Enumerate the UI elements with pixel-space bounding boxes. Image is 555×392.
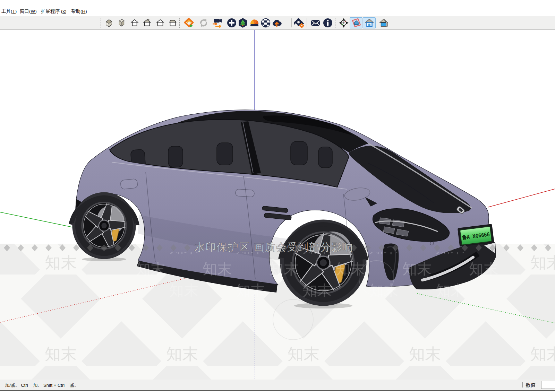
measurement-input[interactable] — [541, 381, 555, 389]
toolbar-drag-handle[interactable] — [334, 18, 336, 28]
status-hint-text: = 加/减。 Ctrl = 加。 Shift + Ctrl = 减。 — [1, 382, 79, 389]
settings-button[interactable] — [293, 17, 305, 28]
asset-library-button[interactable] — [237, 17, 248, 28]
status-bar: = 加/减。 Ctrl = 加。 Shift + Ctrl = 减。 数值 — [0, 380, 555, 391]
left-view-button[interactable] — [154, 17, 166, 28]
menu-bar: 工具(T) 窗口(W) 扩展程序 (x) 帮助(H) — [0, 0, 555, 16]
menu-label: 帮助( — [71, 9, 82, 14]
menu-tools[interactable]: 工具(T) — [1, 8, 17, 15]
watermark-banner-text: 水印保护区 画质会受到部分影响 — [195, 241, 353, 253]
enscape-start-button[interactable] — [182, 17, 196, 28]
add-asset-button[interactable] — [226, 17, 237, 28]
live-updates-button[interactable] — [198, 17, 210, 28]
status-separator — [522, 382, 523, 387]
front-view-icon — [130, 18, 139, 28]
envelope-icon — [310, 18, 321, 28]
menu-label: 扩展程序 ( — [41, 9, 62, 14]
measurement-label: 数值 — [526, 382, 536, 389]
axes-icon — [339, 18, 349, 28]
section-cut-house-icon — [364, 18, 375, 28]
right-view-button[interactable] — [141, 17, 153, 28]
menu-label: 窗口( — [20, 9, 31, 14]
toolbar-drag-handle[interactable] — [100, 18, 102, 28]
menu-window[interactable]: 窗口(W) — [20, 8, 37, 15]
model-viewport[interactable]: 知末 知末 知末 — [0, 30, 555, 380]
view-sync-button[interactable] — [211, 17, 223, 28]
section-fill-house-icon — [378, 18, 389, 28]
gears-icon — [294, 18, 304, 28]
back-view-button[interactable] — [167, 17, 179, 28]
left-view-icon — [155, 18, 165, 28]
top-view-button[interactable] — [116, 17, 127, 28]
feedback-button[interactable] — [309, 17, 322, 28]
panorama-globe-button[interactable] — [260, 17, 271, 28]
menu-label: ) — [35, 9, 37, 14]
right-view-icon — [142, 18, 152, 28]
menu-mnemonic: x — [62, 9, 65, 14]
cloud-upload-button[interactable] — [271, 17, 282, 28]
menu-mnemonic: H — [82, 9, 86, 14]
about-button[interactable] — [322, 17, 333, 28]
sketchup-window: 工具(T) 窗口(W) 扩展程序 (x) 帮助(H) — [0, 0, 555, 392]
tree-icon — [238, 18, 248, 28]
menu-label: ) — [85, 9, 87, 14]
info-icon — [323, 18, 333, 28]
iso-view-icon — [104, 18, 114, 28]
sync-arrows-icon — [198, 18, 209, 28]
toolbar-separator — [291, 18, 292, 27]
menu-mnemonic: W — [31, 9, 35, 14]
menu-mnemonic: T — [12, 9, 15, 14]
checkered-globe-icon — [261, 18, 271, 28]
toolbar-drag-handle[interactable] — [179, 18, 180, 28]
toolbar-separator — [225, 18, 225, 27]
plus-circle-icon — [227, 18, 237, 28]
menu-extensions[interactable]: 扩展程序 (x) — [41, 8, 67, 15]
enscape-logo-icon — [183, 17, 195, 28]
top-view-icon — [117, 18, 126, 28]
material-swatches-button[interactable] — [249, 17, 260, 28]
back-view-icon — [168, 18, 178, 28]
menu-label: 工具( — [1, 9, 12, 14]
menu-label: ) — [65, 9, 67, 14]
section-plane-icon — [351, 18, 361, 28]
iso-view-button[interactable] — [103, 17, 115, 28]
axes-tool-button[interactable] — [338, 17, 350, 28]
section-plane-button[interactable] — [350, 17, 362, 28]
menu-label: ) — [15, 9, 17, 14]
toolbar-separator — [307, 18, 307, 27]
front-view-button[interactable] — [129, 17, 140, 28]
color-fan-icon — [249, 18, 259, 28]
toolbar — [0, 16, 555, 29]
cloud-upload-icon — [272, 18, 282, 28]
camera-sync-icon — [211, 17, 222, 28]
display-section-cuts-button[interactable] — [363, 17, 376, 28]
display-section-fill-button[interactable] — [377, 17, 390, 28]
menu-help[interactable]: 帮助(H) — [71, 8, 87, 15]
